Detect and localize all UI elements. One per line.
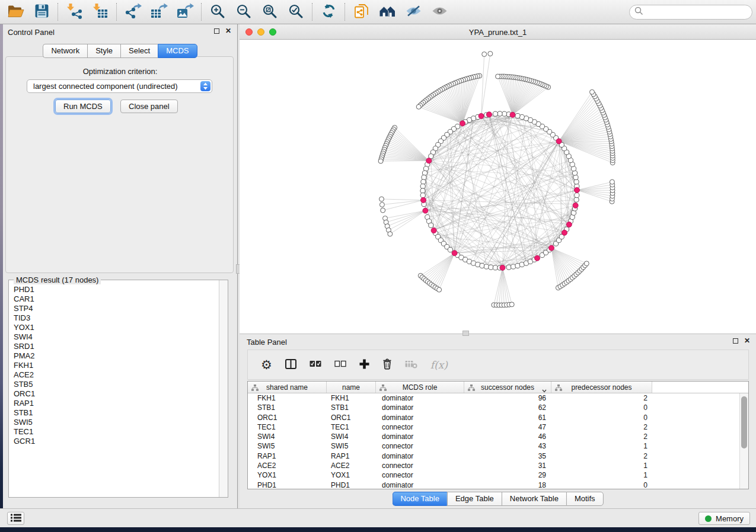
network-leaf-node[interactable] <box>437 287 442 292</box>
table-settings-button[interactable]: ⚙ <box>261 359 272 371</box>
network-leaf-node[interactable] <box>379 197 384 201</box>
network-canvas[interactable] <box>240 40 756 334</box>
mcds-result-item[interactable]: SRD1 <box>9 342 219 351</box>
mcds-result-item[interactable]: RAP1 <box>9 399 219 408</box>
table-row[interactable]: ORC1ORC1dominator610 <box>248 413 739 422</box>
table-cell[interactable]: ACE2 <box>248 461 327 470</box>
network-node[interactable] <box>420 184 425 188</box>
mcds-hub-node[interactable] <box>556 139 562 144</box>
zoom-in-button[interactable] <box>205 1 231 23</box>
table-cell[interactable]: connector <box>376 470 464 480</box>
network-leaf-node[interactable] <box>488 52 493 56</box>
table-cell[interactable]: RAP1 <box>327 451 376 461</box>
network-node[interactable] <box>421 180 426 184</box>
table-cell[interactable]: 2 <box>551 432 652 441</box>
table-row[interactable]: ACE2ACE2connector311 <box>248 461 739 470</box>
column-header-shared-name[interactable]: shared name <box>248 382 327 393</box>
mcds-hub-node[interactable] <box>549 245 554 251</box>
table-cell[interactable]: 29 <box>464 470 551 480</box>
table-cell[interactable]: ORC1 <box>248 413 327 422</box>
table-cell[interactable]: SWI4 <box>248 432 327 441</box>
table-cell[interactable]: 2 <box>551 393 652 403</box>
table-cell[interactable]: PHD1 <box>248 480 327 489</box>
table-cell[interactable]: 2 <box>551 451 652 461</box>
mcds-result-item[interactable]: GCR1 <box>9 437 219 446</box>
table-cell[interactable]: ORC1 <box>327 413 376 422</box>
network-node[interactable] <box>493 111 497 116</box>
table-row[interactable]: TEC1TEC1connector472 <box>248 422 739 432</box>
table-cell[interactable]: 1 <box>551 461 652 470</box>
mcds-hub-node[interactable] <box>431 228 436 233</box>
tab-select[interactable]: Select <box>120 44 158 58</box>
first-neighbors-button[interactable] <box>374 1 400 23</box>
mcds-result-item[interactable]: PHD1 <box>9 285 219 294</box>
apply-layout-button[interactable] <box>315 1 342 23</box>
table-cell[interactable]: YOX1 <box>327 470 376 480</box>
network-node[interactable] <box>506 265 511 270</box>
float-panel-icon[interactable] <box>214 28 219 34</box>
table-cell[interactable]: connector <box>376 422 464 432</box>
network-node[interactable] <box>484 264 489 269</box>
table-row[interactable]: PHD1PHD1dominator180 <box>248 480 739 489</box>
table-row[interactable]: STB1STB1dominator620 <box>248 403 739 412</box>
mcds-result-item[interactable]: TEC1 <box>9 427 219 437</box>
mcds-hub-node[interactable] <box>460 121 465 126</box>
network-leaf-node[interactable] <box>610 180 614 184</box>
network-leaf-node[interactable] <box>378 159 383 164</box>
network-leaf-node[interactable] <box>379 203 384 207</box>
mcds-hub-node[interactable] <box>421 197 426 203</box>
network-leaf-node[interactable] <box>482 52 487 57</box>
network-node[interactable] <box>422 171 427 175</box>
network-node[interactable] <box>511 264 516 269</box>
tab-mcds[interactable]: MCDS <box>158 44 197 58</box>
column-header-predecessor-nodes[interactable]: predecessor nodes <box>551 382 652 393</box>
table-cell[interactable]: dominator <box>376 413 464 422</box>
table-cell[interactable]: 18 <box>464 480 551 489</box>
mcds-result-item[interactable]: YOX1 <box>9 323 219 332</box>
mcds-hub-node[interactable] <box>452 251 457 256</box>
table-cell[interactable]: connector <box>376 461 464 470</box>
zoom-fit-button[interactable] <box>257 1 283 23</box>
mcds-result-item[interactable]: CAR1 <box>9 294 219 304</box>
column-header-mcds-role[interactable]: MCDS role <box>376 382 464 393</box>
table-row[interactable]: RAP1RAP1dominator352 <box>248 451 739 461</box>
network-node[interactable] <box>574 180 579 184</box>
table-cell[interactable]: FKH1 <box>327 393 376 403</box>
table-cell[interactable]: 1 <box>551 441 652 451</box>
network-node[interactable] <box>489 265 493 270</box>
import-network-button[interactable] <box>61 1 87 23</box>
close-panel-icon[interactable]: ✕ <box>225 28 231 34</box>
network-leaf-node[interactable] <box>496 74 500 79</box>
function-builder-button[interactable]: f(x) <box>430 359 448 371</box>
mcds-hub-node[interactable] <box>500 265 505 270</box>
zoom-selected-button[interactable] <box>283 1 309 23</box>
table-cell[interactable]: TEC1 <box>248 422 327 432</box>
table-row[interactable]: YOX1YOX1connector291 <box>248 470 739 480</box>
table-cell[interactable]: 1 <box>551 470 652 480</box>
delete-column-button[interactable] <box>382 358 392 371</box>
network-node[interactable] <box>420 193 425 198</box>
network-leaf-node[interactable] <box>590 89 595 94</box>
mcds-hub-node[interactable] <box>479 113 484 118</box>
table-cell[interactable]: STB1 <box>248 403 327 412</box>
search-input[interactable] <box>643 7 750 17</box>
network-node[interactable] <box>422 175 426 180</box>
table-cell[interactable]: SWI4 <box>327 432 376 441</box>
table-row[interactable]: FKH1FKH1dominator962 <box>248 393 739 403</box>
table-cell[interactable]: 35 <box>464 451 551 461</box>
table-cell[interactable]: 96 <box>464 393 551 403</box>
memory-button[interactable]: Memory <box>698 512 750 525</box>
table-cell[interactable]: dominator <box>376 480 464 489</box>
mcds-hub-node[interactable] <box>510 112 515 117</box>
table-cell[interactable]: 62 <box>464 403 551 412</box>
table-cell[interactable]: dominator <box>376 451 464 461</box>
table-row[interactable]: SWI4SWI4dominator462 <box>248 432 739 441</box>
table-cell[interactable]: STB1 <box>327 403 376 412</box>
table-cell[interactable]: 31 <box>464 461 551 470</box>
table-cell[interactable]: 2 <box>551 422 652 432</box>
network-leaf-node[interactable] <box>509 302 514 307</box>
network-node[interactable] <box>429 223 433 227</box>
split-handle[interactable] <box>462 331 469 336</box>
mcds-result-item[interactable]: STP4 <box>9 304 219 313</box>
mcds-result-item[interactable]: STB5 <box>9 380 219 389</box>
